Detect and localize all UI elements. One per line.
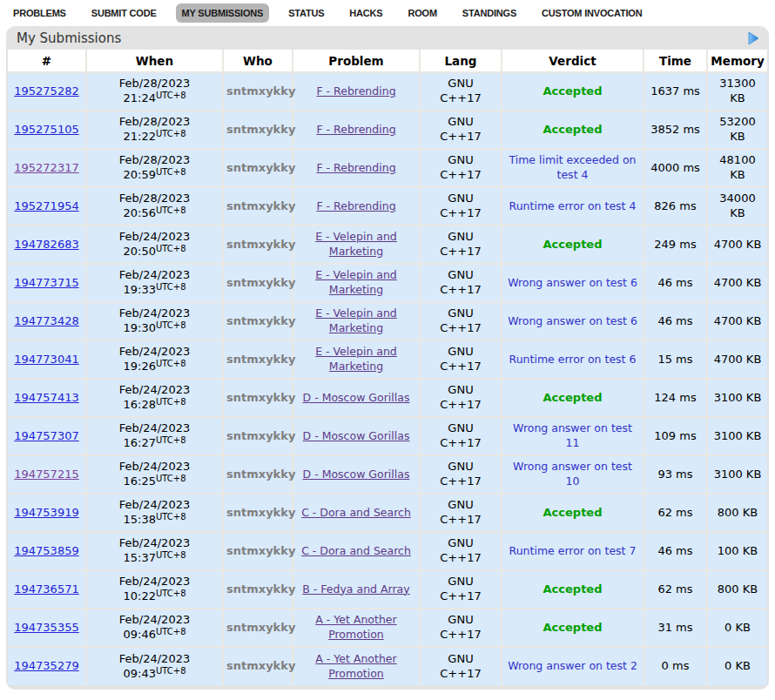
lang-line1: GNU	[423, 383, 498, 398]
submission-id-link[interactable]: 194773715	[14, 276, 78, 289]
problem-link[interactable]: A - Yet Another Promotion	[315, 652, 396, 680]
user-link[interactable]: sntmxykky	[226, 314, 295, 327]
user-link[interactable]: sntmxykky	[226, 353, 295, 366]
submission-id-link[interactable]: 194736571	[14, 582, 78, 596]
cell-lang: GNUC++17	[420, 225, 502, 264]
nav-item-submit-code[interactable]: SUBMIT CODE	[85, 3, 163, 23]
nav-item-problems[interactable]: PROBLEMS	[7, 3, 72, 23]
problem-link[interactable]: F - Rebrending	[316, 199, 395, 212]
lang-line1: GNU	[423, 421, 498, 436]
problem-link[interactable]: E - Velepin and Marketing	[315, 268, 397, 296]
submission-id-link[interactable]: 195272317	[14, 161, 78, 174]
submission-row: 195272317Feb/28/202320:59UTC+8sntmxykkyF…	[8, 149, 767, 187]
lang-line1: GNU	[423, 575, 498, 589]
cell-verdict: Runtime error on test 7	[502, 532, 644, 570]
cell-id: 194735355	[8, 609, 86, 647]
problem-link[interactable]: D - Moscow Gorillas	[303, 468, 410, 481]
cell-time: 109 ms	[644, 417, 707, 455]
submission-id-link[interactable]: 194757307	[14, 429, 78, 442]
cell-memory: 34000 KB	[707, 187, 767, 225]
user-link[interactable]: sntmxykky	[226, 84, 295, 98]
submission-id-link[interactable]: 194773041	[14, 353, 78, 366]
cell-verdict: Accepted	[502, 111, 644, 149]
cell-who: sntmxykky	[223, 264, 293, 302]
submission-date: Feb/24/2023	[90, 268, 219, 283]
problem-link[interactable]: E - Velepin and Marketing	[315, 230, 397, 258]
user-link[interactable]: sntmxykky	[226, 123, 295, 136]
submission-id-link[interactable]: 194782683	[14, 238, 78, 251]
nav-item-my-submissions[interactable]: MY SUBMISSIONS	[176, 3, 270, 23]
submission-row: 194773428Feb/24/202319:30UTC+8sntmxykkyE…	[8, 302, 767, 340]
problem-link[interactable]: B - Fedya and Array	[302, 582, 409, 596]
cell-who: sntmxykky	[223, 532, 293, 570]
user-link[interactable]: sntmxykky	[226, 544, 295, 557]
submission-id-link[interactable]: 194753859	[14, 544, 78, 557]
time-value: 19:30	[123, 321, 155, 334]
submission-date: Feb/24/2023	[90, 652, 219, 667]
user-link[interactable]: sntmxykky	[226, 429, 295, 442]
cell-memory: 4700 KB	[707, 264, 767, 302]
time-value: 16:25	[123, 475, 155, 488]
timezone-label: UTC+8	[156, 589, 186, 598]
cell-verdict: Wrong answer on test 11	[502, 417, 644, 455]
problem-link[interactable]: E - Velepin and Marketing	[315, 345, 397, 373]
user-link[interactable]: sntmxykky	[226, 506, 295, 519]
verdict-text: Accepted	[543, 123, 603, 136]
user-link[interactable]: sntmxykky	[226, 391, 295, 404]
cell-when: Feb/28/202321:22UTC+8	[86, 111, 223, 149]
nav-item-room[interactable]: ROOM	[401, 3, 442, 23]
verdict-text: Runtime error on test 4	[509, 199, 637, 212]
lang-line2: C++17	[423, 513, 498, 528]
nav-item-status[interactable]: STATUS	[282, 3, 330, 23]
cell-time: 62 ms	[644, 570, 707, 609]
submission-id-link[interactable]: 194753919	[14, 506, 78, 519]
user-link[interactable]: sntmxykky	[226, 659, 295, 672]
user-link[interactable]: sntmxykky	[226, 199, 295, 212]
lang-line1: GNU	[423, 345, 498, 360]
user-link[interactable]: sntmxykky	[226, 582, 295, 596]
cell-time: 15 ms	[644, 340, 707, 379]
play-triangle-icon[interactable]	[748, 31, 759, 45]
submission-date: Feb/24/2023	[90, 421, 219, 436]
submission-id-link[interactable]: 194735279	[14, 659, 78, 672]
nav-item-standings[interactable]: STANDINGS	[456, 3, 522, 23]
cell-problem: E - Velepin and Marketing	[293, 225, 420, 264]
submission-id-link[interactable]: 195275282	[14, 84, 78, 98]
submission-time: 20:50UTC+8	[90, 245, 219, 259]
user-link[interactable]: sntmxykky	[226, 238, 295, 251]
problem-link[interactable]: A - Yet Another Promotion	[315, 613, 396, 641]
submission-id-link[interactable]: 194757215	[14, 468, 78, 481]
problem-link[interactable]: F - Rebrending	[316, 161, 395, 174]
problem-link[interactable]: F - Rebrending	[316, 123, 395, 136]
time-value: 21:24	[123, 91, 155, 104]
user-link[interactable]: sntmxykky	[226, 276, 295, 289]
verdict-text: Accepted	[543, 506, 603, 519]
lang-line1: GNU	[423, 652, 498, 667]
cell-lang: GNUC++17	[420, 455, 502, 494]
user-link[interactable]: sntmxykky	[226, 621, 295, 634]
problem-link[interactable]: D - Moscow Gorillas	[303, 429, 410, 442]
problem-link[interactable]: C - Dora and Search	[301, 506, 411, 519]
submission-id-link[interactable]: 194773428	[14, 314, 78, 327]
nav-item-custom-invocation[interactable]: CUSTOM INVOCATION	[536, 3, 648, 23]
nav-item-hacks[interactable]: HACKS	[343, 3, 388, 23]
submission-id-link[interactable]: 195271954	[14, 199, 78, 212]
user-link[interactable]: sntmxykky	[226, 468, 295, 481]
cell-time: 0 ms	[644, 647, 707, 685]
user-link[interactable]: sntmxykky	[226, 161, 295, 174]
problem-link[interactable]: E - Velepin and Marketing	[315, 306, 397, 334]
problem-link[interactable]: C - Dora and Search	[301, 544, 411, 557]
cell-id: 194757215	[8, 455, 86, 494]
cell-when: Feb/24/202319:30UTC+8	[86, 302, 223, 340]
submission-id-link[interactable]: 195275105	[14, 123, 78, 136]
timezone-label: UTC+8	[156, 666, 186, 676]
cell-problem: A - Yet Another Promotion	[293, 609, 420, 647]
submission-id-link[interactable]: 194735355	[14, 621, 78, 634]
timezone-label: UTC+8	[156, 320, 186, 330]
problem-link[interactable]: F - Rebrending	[316, 84, 395, 98]
cell-verdict: Accepted	[502, 570, 644, 609]
submission-id-link[interactable]: 194757413	[14, 391, 78, 404]
problem-link[interactable]: D - Moscow Gorillas	[303, 391, 410, 404]
cell-id: 194753859	[8, 532, 86, 570]
cell-verdict: Accepted	[502, 379, 644, 417]
